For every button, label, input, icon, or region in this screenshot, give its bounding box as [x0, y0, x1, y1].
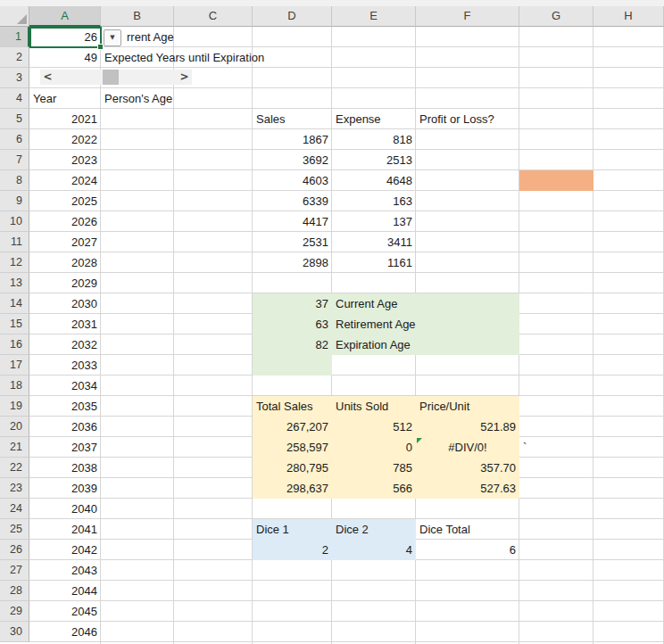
row-header-19[interactable]: 19 [0, 396, 29, 417]
column-header-H[interactable]: H [593, 6, 664, 27]
row-header-5[interactable]: 5 [0, 109, 29, 129]
select-all-corner[interactable] [0, 6, 29, 27]
cell-D9[interactable]: 6339 [256, 191, 328, 211]
cell-D12[interactable]: 2898 [256, 252, 328, 273]
cell-E20[interactable]: 512 [336, 417, 412, 437]
cell-F23[interactable]: 527.63 [419, 478, 516, 499]
cell-D21[interactable]: 258,597 [256, 437, 328, 458]
cell-A11[interactable]: 2027 [33, 232, 97, 252]
cell-E26[interactable]: 4 [336, 540, 412, 560]
row-header-9[interactable]: 9 [0, 191, 29, 211]
cell-E7[interactable]: 2513 [336, 150, 412, 170]
column-header-E[interactable]: E [332, 6, 416, 27]
cell-A24[interactable]: 2040 [33, 499, 97, 519]
cell-E21[interactable]: 0 [336, 437, 412, 458]
row-header-24[interactable]: 24 [0, 499, 29, 519]
cell-E22[interactable]: 785 [336, 458, 412, 478]
cell-E14[interactable]: Current Age [336, 293, 412, 314]
cell-A20[interactable]: 2036 [33, 417, 97, 437]
cell-D19[interactable]: Total Sales [256, 396, 328, 417]
cell-F20[interactable]: 521.89 [419, 417, 516, 437]
scrollbar-left-arrow[interactable]: < [40, 70, 55, 85]
cell-E15[interactable]: Retirement Age [336, 314, 412, 334]
cell-A18[interactable]: 2034 [33, 376, 97, 396]
cell-D23[interactable]: 298,637 [256, 478, 328, 499]
cell-A14[interactable]: 2030 [33, 293, 97, 314]
cell-A8[interactable]: 2024 [33, 170, 97, 191]
row-header-15[interactable]: 15 [0, 314, 29, 334]
column-header-C[interactable]: C [174, 6, 253, 27]
cell-D25[interactable]: Dice 1 [256, 519, 328, 540]
cell-F5[interactable]: Profit or Loss? [419, 109, 516, 129]
column-header-F[interactable]: F [416, 6, 519, 27]
cell-B2[interactable]: Expected Years until Expiration [104, 47, 170, 68]
row-header-11[interactable]: 11 [0, 232, 29, 252]
row-header-10[interactable]: 10 [0, 211, 29, 232]
cell-E19[interactable]: Units Sold [336, 396, 412, 417]
cell-D7[interactable]: 3692 [256, 150, 328, 170]
cell-A9[interactable]: 2025 [33, 191, 97, 211]
row-header-27[interactable]: 27 [0, 560, 29, 581]
cell-A27[interactable]: 2043 [33, 560, 97, 581]
row-header-29[interactable]: 29 [0, 601, 29, 622]
cell-B1[interactable]: rrent Age [127, 27, 170, 47]
row-header-18[interactable]: 18 [0, 376, 29, 396]
cell-A28[interactable]: 2044 [33, 581, 97, 601]
row-header-1[interactable]: 1 [0, 27, 29, 47]
cell-D8[interactable]: 4603 [256, 170, 328, 191]
column-header-G[interactable]: G [519, 6, 593, 27]
cell-A17[interactable]: 2033 [33, 355, 97, 376]
cell-A19[interactable]: 2035 [33, 396, 97, 417]
cell-B4[interactable]: Person's Age [104, 88, 170, 109]
cell-G21[interactable]: ` [523, 437, 590, 458]
cell-E8[interactable]: 4648 [336, 170, 412, 191]
data-validation-dropdown-button[interactable]: ▼ [104, 29, 121, 46]
cell-F26[interactable]: 6 [419, 540, 516, 560]
row-header-2[interactable]: 2 [0, 47, 29, 68]
cell-D26[interactable]: 2 [256, 540, 328, 560]
form-control-scrollbar[interactable]: <> [40, 70, 192, 85]
row-header-25[interactable]: 25 [0, 519, 29, 540]
row-header-22[interactable]: 22 [0, 458, 29, 478]
row-header-21[interactable]: 21 [0, 437, 29, 458]
cell-A13[interactable]: 2029 [33, 273, 97, 293]
cell-A23[interactable]: 2039 [33, 478, 97, 499]
cell-A26[interactable]: 2042 [33, 540, 97, 560]
row-header-12[interactable]: 12 [0, 252, 29, 273]
cell-A10[interactable]: 2026 [33, 211, 97, 232]
cell-A7[interactable]: 2023 [33, 150, 97, 170]
column-header-D[interactable]: D [253, 6, 332, 27]
cell-D16[interactable]: 82 [256, 334, 328, 355]
scrollbar-right-arrow[interactable]: > [177, 70, 192, 85]
cell-E25[interactable]: Dice 2 [336, 519, 412, 540]
row-header-8[interactable]: 8 [0, 170, 29, 191]
row-header-30[interactable]: 30 [0, 622, 29, 642]
cell-F25[interactable]: Dice Total [419, 519, 516, 540]
column-header-B[interactable]: B [101, 6, 174, 27]
cell-F22[interactable]: 357.70 [419, 458, 516, 478]
cell-A12[interactable]: 2028 [33, 252, 97, 273]
cell-E6[interactable]: 818 [336, 129, 412, 150]
row-header-17[interactable]: 17 [0, 355, 29, 376]
cell-E12[interactable]: 1161 [336, 252, 412, 273]
column-header-A[interactable]: A [29, 6, 101, 27]
row-header-7[interactable]: 7 [0, 150, 29, 170]
cell-D5[interactable]: Sales [256, 109, 328, 129]
cell-D15[interactable]: 63 [256, 314, 328, 334]
row-header-4[interactable]: 4 [0, 88, 29, 109]
cell-A6[interactable]: 2022 [33, 129, 97, 150]
cell-A25[interactable]: 2041 [33, 519, 97, 540]
cell-D14[interactable]: 37 [256, 293, 328, 314]
fill-handle[interactable] [97, 44, 104, 50]
row-header-13[interactable]: 13 [0, 273, 29, 293]
cell-A16[interactable]: 2032 [33, 334, 97, 355]
row-header-16[interactable]: 16 [0, 334, 29, 355]
cell-D22[interactable]: 280,795 [256, 458, 328, 478]
cell-A4[interactable]: Year [33, 88, 97, 109]
cell-D20[interactable]: 267,207 [256, 417, 328, 437]
cell-D11[interactable]: 2531 [256, 232, 328, 252]
cell-E11[interactable]: 3411 [336, 232, 412, 252]
scrollbar-thumb[interactable] [103, 70, 119, 85]
cell-E9[interactable]: 163 [336, 191, 412, 211]
cell-E5[interactable]: Expense [336, 109, 412, 129]
